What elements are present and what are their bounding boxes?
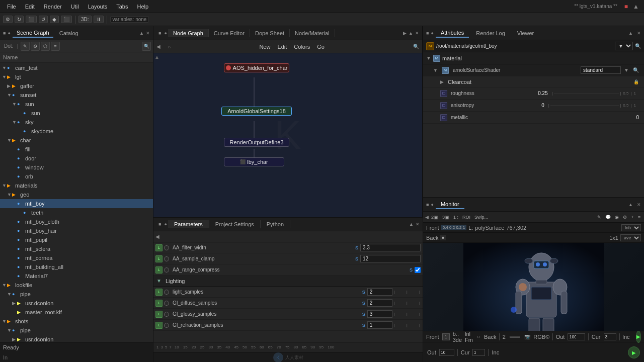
params-content[interactable]: L AA_filter_width S L AA_sample_clamp — [153, 242, 423, 342]
ng-panel-icon[interactable]: ■ — [156, 31, 163, 36]
param-row-gi-diffuse[interactable]: L GI_diffuse_samples S | | | — [153, 298, 423, 309]
mon-tool-color[interactable]: ◉ — [613, 214, 620, 220]
tab-viewer[interactable]: Viewer — [512, 29, 539, 37]
close-btn[interactable]: ■ — [622, 2, 630, 11]
ng-nav-up[interactable]: ▲ — [154, 54, 159, 60]
mbb-cur-input[interactable] — [604, 333, 616, 340]
tab-dope-sheet[interactable]: Dope Sheet — [250, 29, 290, 37]
clearcoat-row[interactable]: ▶ Clearcoat 🔒 — [423, 76, 644, 87]
sg-tool-pencil[interactable]: ✎ — [21, 42, 30, 51]
menu-render[interactable]: Render — [40, 3, 66, 11]
tree-item-usr-dconlon-shots[interactable]: ▶ ▶ usr.dconlon — [0, 335, 153, 342]
mbb-out-input[interactable] — [568, 333, 585, 340]
monitor-expand[interactable]: ▲ — [628, 202, 633, 207]
tab-project-settings[interactable]: Project Settings — [209, 220, 261, 228]
sg-tool-settings[interactable]: ⚙ — [31, 42, 40, 51]
tree-item-mtl_building_all[interactable]: ● mtl_building_all — [0, 262, 153, 272]
mon-tool-add[interactable]: + — [629, 214, 635, 220]
param-input-aa-sample-clamp[interactable] — [360, 255, 421, 262]
tab-node-material[interactable]: Node/Material — [290, 29, 335, 37]
tree-item-mtl_boy_hair[interactable]: ● mtl_boy_hair — [0, 226, 153, 235]
tab-attributes[interactable]: Attributes — [436, 29, 469, 38]
monitor-panel-icon[interactable]: ■ — [426, 202, 429, 207]
panel-pin[interactable]: ● — [8, 31, 10, 36]
tree-item-pipe-shots[interactable]: ▼ ● pipe — [0, 326, 153, 335]
menu-edit[interactable]: Edit — [21, 3, 39, 11]
ng-node-lby-char[interactable]: ⬛ lby_char — [224, 157, 284, 166]
mat-arnold-arrow[interactable]: ▼ — [433, 68, 438, 73]
monitor-panel-pin[interactable]: ● — [431, 202, 433, 207]
tree-item-mtl_cornea[interactable]: ● mtl_cornea — [0, 253, 153, 262]
tree-item-orb[interactable]: ● orb — [0, 172, 153, 181]
tree-item-char[interactable]: ▼ ▶ char — [0, 136, 153, 145]
attr-panel-icon[interactable]: ■ — [426, 31, 429, 36]
mon-tool-settings[interactable]: ⚙ — [621, 214, 628, 220]
mon-tool-pencil[interactable]: ✎ — [596, 214, 603, 220]
menu-help[interactable]: Help — [133, 3, 152, 11]
param-input-gi-refraction[interactable] — [367, 321, 392, 329]
sg-tool-filter[interactable]: ⬡ — [41, 42, 50, 51]
mon-tool-2d[interactable]: 2▣ — [430, 214, 440, 220]
menu-file[interactable]: File — [3, 3, 20, 11]
tab-scene-graph[interactable]: Scene Graph — [13, 29, 53, 38]
tree-item-lookfile[interactable]: ▼ ▶ lookfile — [0, 281, 153, 290]
mat-mode-input[interactable] — [581, 66, 621, 74]
attr-path-dropdown[interactable]: ▼ — [615, 42, 633, 50]
mbb-arrow-left[interactable]: ↔ — [476, 334, 481, 339]
ng-node-render-output[interactable]: RenderOutputDefine3 — [224, 138, 289, 147]
ng-back-btn[interactable]: ◀ — [156, 44, 160, 49]
param-input-aa-filter-width[interactable] — [360, 244, 421, 251]
section-header-lighting[interactable]: ▼ Lighting — [153, 276, 423, 287]
tree-item-sun-leaf[interactable]: ● sun — [0, 109, 153, 118]
ng-go-btn[interactable]: Go — [315, 43, 327, 51]
view-filter2-dropdown[interactable]: ave — [620, 234, 641, 241]
monitor-back-btn[interactable]: ◀ — [425, 215, 429, 220]
panel-expand[interactable]: ▲ — [139, 31, 144, 36]
ng-expand[interactable]: ▲ — [409, 31, 413, 36]
mon-tool-roi[interactable]: ROI — [461, 214, 472, 220]
tree-item-window[interactable]: ● window — [0, 163, 153, 172]
tree-item-sunset[interactable]: ▼ ● sunset — [0, 90, 153, 100]
param-checkbox-aa-range-compress[interactable] — [415, 267, 421, 273]
tab-node-graph[interactable]: Node Graph — [168, 29, 209, 37]
monitor-close[interactable]: ✕ — [637, 202, 641, 207]
toolbar-diamond[interactable]: ◆ — [50, 16, 59, 23]
ng-node-aos[interactable]: AOS_hidden_for_char — [224, 63, 289, 72]
tab-monitor[interactable]: Monitor — [436, 200, 464, 209]
tree-item-sun[interactable]: ▼ ● sun — [0, 100, 153, 109]
main-play-button[interactable]: ▶ — [628, 346, 640, 358]
menu-layouts[interactable]: Layouts — [84, 3, 112, 11]
mon-tool-1[interactable]: 1 : — [452, 214, 460, 220]
ng-search-icon[interactable]: 🔍 — [413, 44, 419, 49]
param-row-light-samples[interactable]: L light_samples S | | | — [153, 287, 423, 298]
tree-item-door[interactable]: ● door — [0, 154, 153, 163]
panel-icon[interactable]: ■ — [3, 31, 6, 36]
ng-close[interactable]: ✕ — [415, 31, 419, 36]
ng-new-btn[interactable]: New — [257, 43, 272, 51]
sg-tool-search[interactable]: 🔍 — [142, 42, 151, 51]
params-expand[interactable]: ▲ — [409, 222, 414, 227]
toolbar-block[interactable]: ⬛ — [61, 16, 72, 23]
tab-catalog[interactable]: Catalog — [55, 29, 83, 37]
menu-util[interactable]: Util — [67, 3, 83, 11]
toolbar-settings[interactable]: ⚙ — [3, 16, 13, 23]
play-button[interactable]: ▶ — [636, 331, 641, 343]
mat-row-anisotropy[interactable]: □ anisotropy 0 | | 0.5 | 1 — [423, 100, 644, 112]
tree-item-mtl_boy_cloth[interactable]: ● mtl_boy_cloth — [0, 217, 153, 226]
ng-node-arnold-global[interactable]: ArnoldGlobalSettings18 — [221, 107, 292, 116]
param-row-aa-range-compress[interactable]: L AA_range_compress S — [153, 264, 423, 276]
param-input-gi-diffuse[interactable] — [367, 299, 392, 307]
tab-render-log[interactable]: Render Log — [471, 29, 510, 37]
mon-tool-speech[interactable]: 💬 — [604, 214, 612, 220]
clearcoat-arrow[interactable]: ▶ — [440, 79, 444, 84]
roughness-slider[interactable] — [554, 93, 619, 94]
tree-item-mtl_pupil[interactable]: ● mtl_pupil — [0, 235, 153, 244]
attr-material-section[interactable]: ▼ M material ▼ M arnoldSurfaceShader ▼ 🔍… — [423, 52, 644, 197]
params-panel-pin[interactable]: ● — [163, 222, 168, 227]
toolbar-refresh[interactable]: ↻ — [15, 16, 24, 23]
tree-item-shots[interactable]: ▼ ▶ shots — [0, 317, 153, 326]
tree-item-mtl_sclera[interactable]: ● mtl_sclera — [0, 244, 153, 253]
mat-section-header[interactable]: ▼ M material — [423, 52, 644, 64]
attr-panel-pin[interactable]: ● — [431, 31, 433, 36]
tree-item-geo[interactable]: ▼ ▶ geo — [0, 190, 153, 199]
